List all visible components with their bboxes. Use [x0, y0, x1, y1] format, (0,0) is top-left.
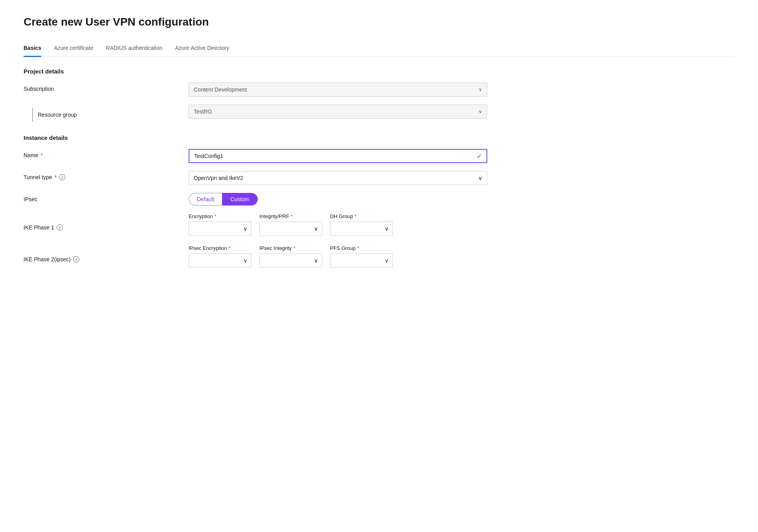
name-input[interactable]: TestConfig1 ✓	[189, 149, 487, 163]
dh-group-dropdown[interactable]: ∨	[330, 222, 393, 236]
ike-phase1-fields: Encryption * ∨ Integrity/PRF * ∨	[189, 213, 487, 236]
ipsec-integrity-chevron-icon: ∨	[314, 257, 318, 264]
ike-phase1-label: IKE Phase 1 i	[24, 213, 189, 231]
pfs-group-dropdown[interactable]: ∨	[330, 253, 393, 268]
ipsec-encryption-dropdown[interactable]: ∨	[189, 253, 251, 268]
pfs-group-label: PFS Group *	[330, 245, 393, 251]
tunnel-type-row: Tunnel type * i OpenVpn and IkeV2 ∨	[24, 171, 734, 185]
ipsec-default-button[interactable]: Default	[189, 193, 222, 205]
subscription-label: Subscription	[24, 83, 189, 92]
subscription-control: Content Development ∨	[189, 83, 487, 97]
integrity-label: Integrity/PRF *	[259, 213, 322, 219]
dh-group-required-star: *	[355, 213, 357, 219]
name-value: TestConfig1	[194, 153, 223, 159]
ipsec-integrity-label: IPsec Integrity *	[259, 245, 322, 251]
integrity-dropdown[interactable]: ∨	[259, 222, 322, 236]
resource-group-label-area: Resource group	[24, 105, 189, 122]
resource-group-chevron-icon: ∨	[479, 109, 482, 114]
ike-phase2-row: IKE Phase 2(ipsec) i IPsec Encryption * …	[24, 245, 734, 268]
ipsec-label: IPsec	[24, 193, 189, 202]
encryption-required-star: *	[214, 213, 216, 219]
ipsec-row: IPsec Default Custom	[24, 193, 734, 205]
project-details-title: Project details	[24, 68, 734, 75]
tab-azure-certificate[interactable]: Azure certificate	[54, 41, 93, 57]
encryption-label: Encryption *	[189, 213, 251, 219]
integrity-chevron-icon: ∨	[314, 226, 318, 232]
encryption-group: Encryption * ∨	[189, 213, 251, 236]
tunnel-type-chevron-icon: ∨	[478, 175, 482, 181]
pfs-group-group: PFS Group * ∨	[330, 245, 393, 268]
ipsec-toggle-group: Default Custom	[189, 193, 487, 205]
ike-phase2-info-icon[interactable]: i	[73, 256, 79, 262]
ipsec-encryption-required-star: *	[229, 245, 231, 251]
tabs-nav: Basics Azure certificate RADIUS authenti…	[24, 41, 734, 57]
ike-phase1-info-icon[interactable]: i	[57, 224, 63, 231]
integrity-required-star: *	[291, 213, 293, 219]
encryption-dropdown[interactable]: ∨	[189, 222, 251, 236]
name-row: Name * TestConfig1 ✓	[24, 149, 734, 163]
resource-group-control: TestRG ∨	[189, 105, 487, 119]
resource-group-row: Resource group TestRG ∨	[24, 105, 734, 122]
subscription-value: Content Development	[194, 86, 247, 93]
ipsec-integrity-required-star: *	[293, 245, 295, 251]
dh-group-group: DH Group * ∨	[330, 213, 393, 236]
subscription-dropdown[interactable]: Content Development ∨	[189, 83, 487, 97]
encryption-chevron-icon: ∨	[243, 226, 247, 232]
ipsec-encryption-group: IPsec Encryption * ∨	[189, 245, 251, 268]
integrity-group: Integrity/PRF * ∨	[259, 213, 322, 236]
tunnel-type-info-icon[interactable]: i	[59, 174, 65, 180]
pfs-group-chevron-icon: ∨	[385, 257, 389, 264]
ipsec-integrity-group: IPsec Integrity * ∨	[259, 245, 322, 268]
tunnel-type-value: OpenVpn and IkeV2	[194, 175, 243, 181]
ike-phase1-row: IKE Phase 1 i Encryption * ∨ Integrity/P…	[24, 213, 734, 236]
name-checkmark-icon: ✓	[477, 152, 482, 160]
tab-radius-authentication[interactable]: RADIUS authentication	[106, 41, 163, 57]
pfs-group-required-star: *	[357, 245, 359, 251]
page-title: Create new User VPN configuration	[24, 16, 734, 28]
instance-details-title: Instance details	[24, 134, 734, 141]
tunnel-type-control: OpenVpn and IkeV2 ∨	[189, 171, 487, 185]
name-label: Name *	[24, 149, 189, 158]
tunnel-type-label: Tunnel type * i	[24, 171, 189, 180]
subscription-chevron-icon: ∨	[479, 87, 482, 92]
resource-group-value: TestRG	[194, 108, 212, 115]
dh-group-chevron-icon: ∨	[385, 226, 389, 232]
subscription-row: Subscription Content Development ∨	[24, 83, 734, 97]
resource-group-dropdown[interactable]: TestRG ∨	[189, 105, 487, 119]
ipsec-encryption-label: IPsec Encryption *	[189, 245, 251, 251]
ike-phase2-fields: IPsec Encryption * ∨ IPsec Integrity * ∨	[189, 245, 487, 268]
ipsec-control: Default Custom	[189, 193, 487, 205]
tunnel-type-dropdown[interactable]: OpenVpn and IkeV2 ∨	[189, 171, 487, 185]
resource-group-label: Resource group	[38, 112, 77, 118]
ipsec-encryption-chevron-icon: ∨	[243, 257, 247, 264]
name-control: TestConfig1 ✓	[189, 149, 487, 163]
ike-phase2-label: IKE Phase 2(ipsec) i	[24, 245, 189, 262]
tunnel-type-required-star: *	[55, 174, 57, 180]
instance-details-section: Instance details Name * TestConfig1 ✓ Tu…	[24, 134, 734, 268]
tab-azure-active-directory[interactable]: Azure Active Directory	[175, 41, 229, 57]
name-required-star: *	[40, 152, 42, 158]
ipsec-integrity-dropdown[interactable]: ∨	[259, 253, 322, 268]
dh-group-label: DH Group *	[330, 213, 393, 219]
ipsec-custom-button[interactable]: Custom	[222, 193, 257, 205]
tab-basics[interactable]: Basics	[24, 41, 41, 57]
project-details-section: Project details Subscription Content Dev…	[24, 68, 734, 122]
